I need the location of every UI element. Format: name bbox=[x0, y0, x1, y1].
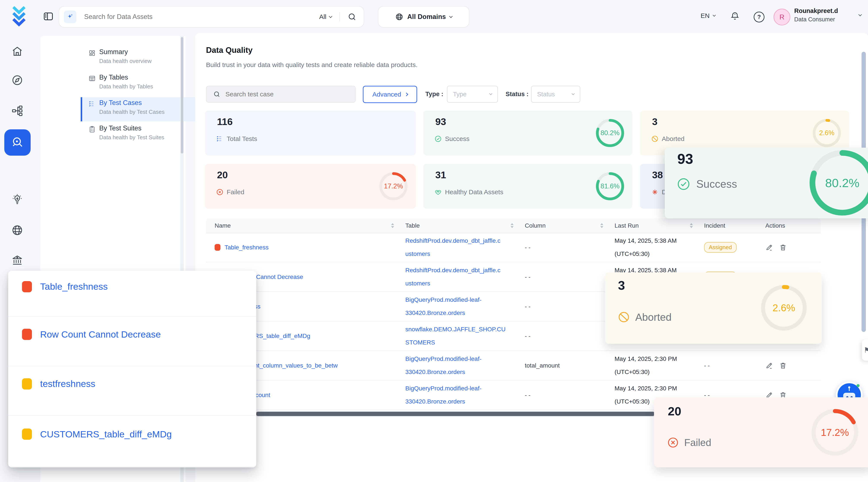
incident-badge[interactable]: Assigned bbox=[704, 242, 737, 253]
circle-check-icon bbox=[677, 177, 691, 191]
table-link[interactable]: RedshiftProd.dev.demo_dbt_jaffle.c ustom… bbox=[405, 264, 500, 290]
user-avatar[interactable]: R bbox=[774, 9, 790, 26]
insights-bulb-icon[interactable] bbox=[11, 194, 23, 206]
column-header-table[interactable]: Table bbox=[405, 222, 525, 229]
column-cell: total_amount bbox=[525, 362, 615, 369]
home-icon[interactable] bbox=[11, 45, 23, 57]
edit-icon[interactable] bbox=[765, 244, 773, 251]
globe-icon bbox=[395, 13, 403, 21]
stat-card-failed: 20 Failed 17.2% bbox=[205, 164, 416, 209]
table-row: Table_freshness RedshiftProd.dev.demo_db… bbox=[206, 233, 821, 262]
column-cell: - - bbox=[525, 274, 615, 281]
list-item: Row Count Cannot Decrease bbox=[8, 317, 256, 366]
column-cell: - - bbox=[525, 303, 615, 310]
edit-icon[interactable] bbox=[765, 362, 773, 369]
search-icon[interactable] bbox=[348, 12, 356, 21]
column-cell: - - bbox=[525, 332, 615, 340]
status-filter-label: Status : bbox=[506, 91, 528, 98]
list-item: testfreshness bbox=[8, 366, 256, 416]
failed-pct-large: 17.2% bbox=[810, 407, 860, 458]
status-badge bbox=[22, 281, 32, 292]
notifications-bell-icon[interactable] bbox=[730, 11, 740, 21]
app-logo-icon[interactable] bbox=[12, 5, 26, 27]
search-input[interactable] bbox=[84, 13, 319, 21]
table-link[interactable]: BigQueryProd.modified-leaf- 330420.Bronz… bbox=[405, 293, 482, 319]
topbar: All All Domains EN ? R Rounakpreet.d Dat… bbox=[0, 0, 868, 32]
globe-icon[interactable] bbox=[11, 224, 23, 236]
healthy-pct: 81.6% bbox=[595, 171, 625, 201]
status-badge bbox=[22, 329, 32, 340]
ai-search-icon[interactable] bbox=[64, 10, 76, 23]
search-icon bbox=[213, 91, 220, 98]
column-header-actions: Actions bbox=[765, 222, 821, 229]
test-list-callout: Table_freshness Row Count Cannot Decreas… bbox=[8, 271, 256, 467]
table-link[interactable]: BigQueryProd.modified-leaf- 330420.Bronz… bbox=[405, 382, 482, 408]
sort-icon[interactable] bbox=[690, 223, 693, 228]
type-filter-select[interactable]: Type bbox=[447, 86, 498, 103]
list-item: Table_freshness bbox=[8, 271, 256, 317]
column-header-incident: Incident bbox=[704, 222, 765, 229]
sidenav-scrollbar-thumb[interactable] bbox=[181, 37, 183, 154]
test-case-link[interactable]: CUSTOMERS_table_diff_eMDg bbox=[40, 427, 172, 441]
last-run-cell: May 14, 2025, 5:38 AM (UTC+05:30) bbox=[615, 234, 704, 260]
chevron-down-icon bbox=[571, 92, 575, 95]
test-case-link[interactable]: Table_freshness bbox=[40, 280, 107, 294]
delete-icon[interactable] bbox=[779, 244, 787, 251]
test-case-search-input[interactable] bbox=[225, 90, 355, 98]
dashboard-icon bbox=[88, 50, 96, 57]
column-header-last-run[interactable]: Last Run bbox=[615, 222, 704, 229]
checklist-icon bbox=[88, 100, 96, 107]
list-item: CUSTOMERS_table_diff_eMDg bbox=[8, 416, 256, 467]
user-menu[interactable]: Rounakpreet.d Data Consumer bbox=[794, 7, 857, 23]
table-link[interactable]: BigQueryProd.modified-leaf- 330420.Bronz… bbox=[405, 352, 482, 378]
domains-dropdown[interactable]: All Domains bbox=[378, 6, 469, 28]
test-case-link[interactable]: Table_freshness bbox=[224, 244, 269, 251]
table-link[interactable]: snowflake.DEMO.JAFFLE_SHOP.CU STOMERS bbox=[405, 323, 506, 349]
column-header-name[interactable]: Name bbox=[206, 222, 405, 229]
last-run-cell: May 14, 2025, 2:30 PM (UTC+05:30) bbox=[615, 352, 704, 378]
language-selector[interactable]: EN bbox=[701, 12, 715, 20]
table-link[interactable]: RedshiftProd.dev.demo_dbt_jaffle.c ustom… bbox=[405, 234, 500, 260]
chevron-down-icon bbox=[489, 92, 492, 95]
test-case-link[interactable]: Row Count Cannot Decrease bbox=[40, 327, 161, 342]
failed-pct: 17.2% bbox=[378, 171, 408, 201]
list-item: total_amount_column_values_to_be_betw ee… bbox=[8, 467, 256, 467]
divider bbox=[340, 12, 340, 22]
heart-pulse-icon bbox=[434, 188, 442, 196]
checklist-icon bbox=[216, 135, 223, 142]
chevron-down-icon bbox=[713, 13, 716, 17]
data-quality-nav-active[interactable] bbox=[4, 129, 31, 156]
status-badge bbox=[215, 244, 220, 251]
search-scope-dropdown[interactable]: All bbox=[319, 13, 332, 21]
stat-card-success: 93 Success 80.2% bbox=[423, 110, 632, 155]
column-header-column[interactable]: Column bbox=[525, 222, 615, 229]
sort-icon[interactable] bbox=[510, 223, 514, 228]
table-icon bbox=[88, 75, 96, 82]
stat-card-healthy-assets: 31 Healthy Data Assets 81.6% bbox=[423, 164, 632, 209]
advanced-button[interactable]: Advanced bbox=[363, 86, 417, 103]
delete-icon[interactable] bbox=[779, 362, 787, 369]
governance-bank-icon[interactable] bbox=[11, 254, 23, 266]
test-case-search[interactable] bbox=[206, 86, 356, 103]
global-search[interactable]: All bbox=[59, 6, 364, 28]
chevron-down-icon bbox=[449, 14, 453, 18]
side-panel-handle[interactable]: ⚑ bbox=[862, 340, 868, 361]
sidebar-toggle-icon[interactable] bbox=[43, 11, 54, 22]
table-hscrollbar-thumb[interactable] bbox=[256, 412, 655, 416]
status-badge bbox=[22, 428, 32, 440]
lineage-icon[interactable] bbox=[11, 105, 23, 117]
sort-icon[interactable] bbox=[391, 223, 394, 228]
compass-icon[interactable] bbox=[11, 74, 23, 86]
help-icon[interactable]: ? bbox=[754, 12, 765, 23]
x-circle-icon bbox=[667, 437, 679, 449]
status-filter-select[interactable]: Status bbox=[531, 86, 580, 103]
chevron-right-icon bbox=[404, 93, 408, 96]
page-subtitle: Build trust in your data with quality te… bbox=[206, 61, 417, 69]
quality-scan-icon bbox=[11, 136, 24, 149]
success-pct-large: 80.2% bbox=[807, 147, 868, 218]
aborted-pct: 2.6% bbox=[812, 118, 842, 148]
test-case-link[interactable]: testfreshness bbox=[40, 377, 95, 391]
aborted-pct-large: 2.6% bbox=[759, 283, 809, 332]
success-callout: 93 Success 80.2% bbox=[665, 148, 868, 218]
sort-icon[interactable] bbox=[600, 223, 603, 228]
